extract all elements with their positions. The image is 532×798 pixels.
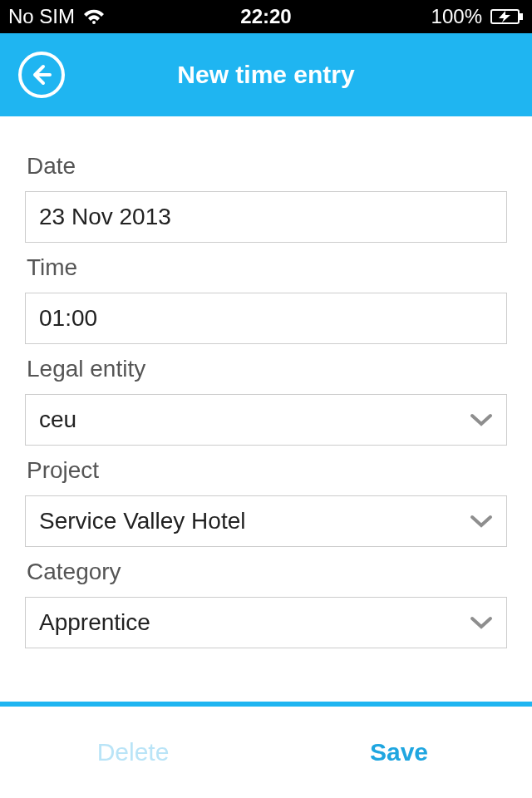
time-label: Time bbox=[27, 254, 507, 281]
nav-bar: New time entry bbox=[0, 33, 532, 116]
page-title: New time entry bbox=[0, 61, 532, 89]
svg-marker-2 bbox=[499, 11, 510, 22]
time-value: 01:00 bbox=[39, 305, 493, 332]
date-label: Date bbox=[27, 153, 507, 180]
date-field[interactable]: 23 Nov 2013 bbox=[25, 191, 507, 243]
svg-rect-1 bbox=[520, 13, 523, 20]
delete-button[interactable]: Delete bbox=[0, 707, 266, 798]
carrier-label: No SIM bbox=[8, 5, 75, 28]
date-value: 23 Nov 2013 bbox=[39, 204, 493, 230]
time-field[interactable]: 01:00 bbox=[25, 293, 507, 344]
legal-entity-field[interactable]: ceu bbox=[25, 394, 507, 446]
legal-entity-label: Legal entity bbox=[27, 356, 507, 382]
status-bar: No SIM 22:20 100% bbox=[0, 0, 532, 33]
save-button[interactable]: Save bbox=[266, 707, 532, 798]
category-value: Apprentice bbox=[39, 609, 470, 636]
bottom-bar: Delete Save bbox=[0, 707, 532, 798]
wifi-icon bbox=[83, 8, 105, 25]
status-left: No SIM bbox=[8, 5, 105, 28]
project-label: Project bbox=[27, 457, 507, 484]
chevron-down-icon bbox=[470, 406, 493, 433]
project-field[interactable]: Service Valley Hotel bbox=[25, 495, 507, 547]
legal-entity-value: ceu bbox=[39, 406, 470, 433]
category-field[interactable]: Apprentice bbox=[25, 597, 507, 648]
status-right: 100% bbox=[431, 5, 524, 28]
back-button[interactable] bbox=[18, 52, 65, 98]
battery-percent: 100% bbox=[431, 5, 482, 28]
form: Date 23 Nov 2013 Time 01:00 Legal entity… bbox=[0, 116, 532, 702]
project-value: Service Valley Hotel bbox=[39, 508, 470, 534]
chevron-down-icon bbox=[470, 508, 493, 534]
arrow-left-icon bbox=[30, 63, 53, 86]
category-label: Category bbox=[27, 559, 507, 585]
chevron-down-icon bbox=[470, 609, 493, 636]
battery-icon bbox=[490, 8, 524, 25]
